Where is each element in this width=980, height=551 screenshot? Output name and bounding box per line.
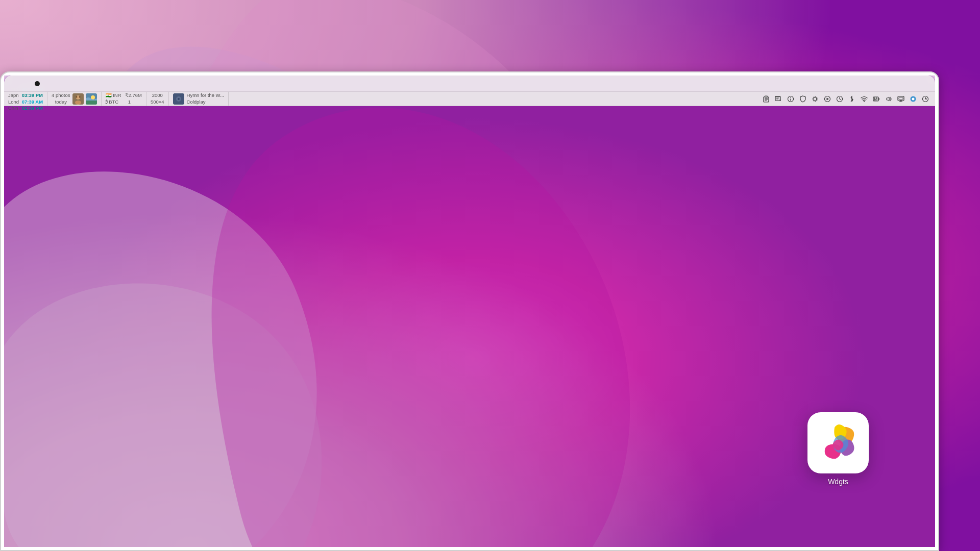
svg-point-4 — [79, 96, 80, 97]
wdgts-app-icon-container[interactable]: Wdgts — [807, 412, 869, 486]
resolution-widget[interactable]: 2000 500×4 — [146, 92, 169, 106]
wdgts-app-icon[interactable] — [807, 412, 869, 473]
svg-line-30 — [817, 96, 817, 97]
svg-point-10 — [178, 98, 180, 100]
clock-icon[interactable] — [834, 93, 845, 105]
svg-point-47 — [912, 97, 915, 100]
crypto-inr: 🇮🇳 INR ₹2.76M ₿ BTC 1 — [106, 92, 142, 105]
tz-chin-time: 02:39 PM — [22, 105, 43, 111]
photo-thumb-1 — [72, 93, 84, 105]
svg-line-36 — [840, 99, 841, 100]
clipboard-icon[interactable] — [761, 93, 772, 105]
btc-value: 1 — [128, 99, 131, 105]
music-info: Hymn for the W... Coldplay — [187, 92, 224, 105]
tz-lond-time: 07:39 AM — [22, 99, 43, 105]
wifi-icon[interactable] — [859, 93, 870, 105]
svg-point-23 — [814, 97, 817, 101]
photo-thumb-2 — [86, 93, 97, 105]
inr-value: ₹2.76M — [125, 92, 141, 98]
wdgts-app-label: Wdgts — [828, 478, 848, 486]
res-values: 2000 500×4 — [151, 92, 164, 105]
svg-line-29 — [817, 100, 817, 101]
brightness-icon[interactable] — [810, 93, 821, 105]
inr-code: INR — [113, 92, 121, 98]
svg-point-37 — [864, 101, 865, 102]
monitor-frame: Cana 02:39 AM Japn 03:39 PM Lond 07:39 A… — [0, 71, 939, 551]
toolbar-strip: Cana 02:39 AM Japn 03:39 PM Lond 07:39 A… — [4, 92, 935, 106]
photos-count: 4 photos — [52, 92, 70, 98]
svg-rect-12 — [765, 96, 768, 97]
edit-icon[interactable] — [773, 93, 784, 105]
tz-chin-label: Chin — [8, 105, 20, 111]
svg-point-21 — [790, 97, 791, 98]
info-icon[interactable] — [785, 93, 796, 105]
tz-japn-time: 03:39 PM — [22, 92, 43, 98]
battery-icon[interactable] — [871, 93, 882, 105]
btc-code: BTC — [109, 99, 118, 105]
svg-line-31 — [813, 100, 814, 101]
music-artist: Coldplay — [187, 99, 224, 105]
photos-period: today — [55, 99, 67, 105]
svg-point-7 — [91, 95, 95, 99]
svg-rect-6 — [86, 101, 97, 105]
svg-point-3 — [76, 96, 77, 97]
shield-icon[interactable] — [797, 93, 808, 105]
music-title: Hymn for the W... — [187, 92, 224, 98]
svg-rect-39 — [878, 98, 879, 99]
res-value2: 500×4 — [151, 99, 164, 105]
btc-symbol: ₿ — [106, 99, 108, 105]
monitor-screen: Cana 02:39 AM Japn 03:39 PM Lond 07:39 A… — [4, 76, 935, 547]
music-album-art — [173, 93, 184, 105]
svg-line-28 — [813, 96, 814, 97]
svg-marker-33 — [827, 97, 829, 100]
play-icon[interactable] — [822, 93, 833, 105]
svg-rect-42 — [899, 97, 903, 99]
tz-japn-label: Japn — [8, 92, 20, 98]
music-widget[interactable]: Hymn for the W... Coldplay — [169, 92, 229, 106]
inr-flag: 🇮🇳 — [106, 92, 112, 98]
timezone-widget: Cana 02:39 AM Japn 03:39 PM Lond 07:39 A… — [4, 92, 47, 106]
focus-icon[interactable] — [908, 93, 919, 105]
bluetooth-icon[interactable] — [846, 93, 857, 105]
inr-row: 🇮🇳 INR ₹2.76M — [106, 92, 142, 98]
screen-background — [4, 76, 935, 547]
status-icons-group — [756, 92, 935, 106]
svg-point-2 — [75, 101, 81, 105]
btc-row: ₿ BTC 1 — [106, 99, 142, 105]
volume-icon[interactable] — [883, 93, 894, 105]
res-value1: 2000 — [151, 92, 164, 98]
photos-widget[interactable]: 4 photos today — [47, 92, 101, 106]
tz-lond-label: Lond — [8, 99, 20, 105]
screen-icon[interactable] — [895, 93, 906, 105]
crypto-widget[interactable]: 🇮🇳 INR ₹2.76M ₿ BTC 1 — [102, 92, 146, 106]
menubar — [4, 76, 935, 92]
menubar-clock-icon[interactable] — [920, 93, 931, 105]
camera-indicator — [35, 81, 40, 86]
